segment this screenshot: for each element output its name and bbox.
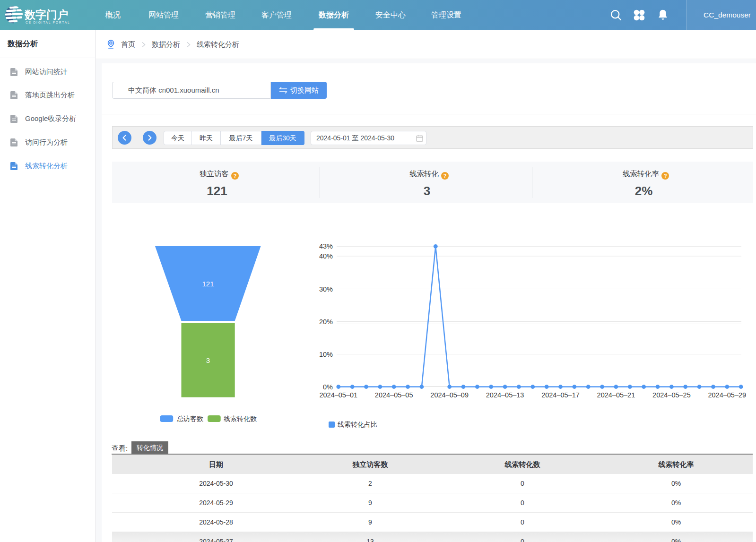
svg-text:2024–05–25: 2024–05–25 xyxy=(652,391,691,399)
svg-text:121: 121 xyxy=(202,280,214,288)
svg-text:2024–05–17: 2024–05–17 xyxy=(541,391,580,399)
svg-text:2024–05–21: 2024–05–21 xyxy=(597,391,635,399)
svg-text:3: 3 xyxy=(206,356,210,364)
svg-text:40%: 40% xyxy=(319,252,333,260)
svg-text:2024–05–29: 2024–05–29 xyxy=(708,391,746,399)
svg-text:2024–05–01: 2024–05–01 xyxy=(319,391,357,399)
svg-text:10%: 10% xyxy=(319,351,333,358)
svg-text:30%: 30% xyxy=(319,285,333,293)
svg-text:2024–05–13: 2024–05–13 xyxy=(486,391,524,399)
svg-text:线索转化占比: 线索转化占比 xyxy=(338,421,377,428)
svg-text:总访客数: 总访客数 xyxy=(177,415,203,422)
svg-text:2024–05–05: 2024–05–05 xyxy=(375,391,413,399)
svg-text:0%: 0% xyxy=(323,383,333,391)
svg-text:20%: 20% xyxy=(319,318,333,326)
svg-text:线索转化数: 线索转化数 xyxy=(224,415,257,422)
svg-text:2024–05–09: 2024–05–09 xyxy=(430,391,469,399)
svg-text:43%: 43% xyxy=(319,242,333,250)
